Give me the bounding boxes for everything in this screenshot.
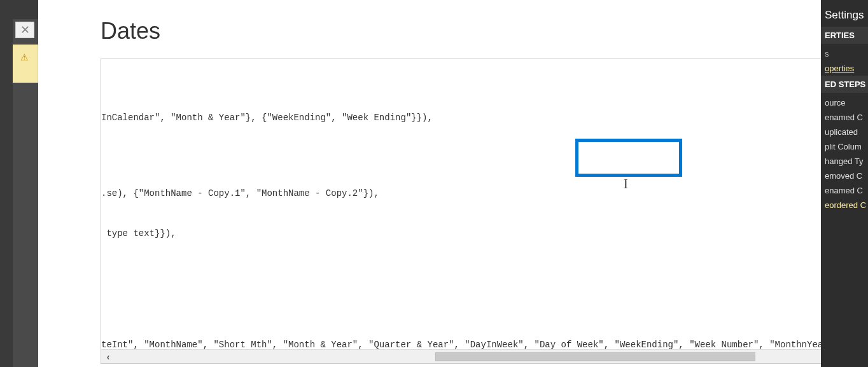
warning-note xyxy=(13,45,38,83)
scroll-thumb[interactable] xyxy=(435,352,755,361)
applied-steps-section-header: ED STEPS xyxy=(821,76,868,93)
close-icon: ✕ xyxy=(20,23,30,37)
all-properties-link[interactable]: operties xyxy=(821,61,868,76)
code-editor[interactable]: InCalendar", "Month & Year"}, {"WeekEndi… xyxy=(101,59,841,364)
code-line: type text}}), xyxy=(101,227,841,240)
step-reordered-columns[interactable]: eordered C xyxy=(821,198,868,212)
step-duplicated[interactable]: uplicated xyxy=(821,125,868,139)
close-button[interactable]: ✕ xyxy=(15,22,34,38)
code-line: InCalendar", "Month & Year"}, {"WeekEndi… xyxy=(101,111,841,125)
ribbon-left-strip xyxy=(0,0,13,367)
horizontal-scrollbar[interactable]: ‹ › xyxy=(101,349,841,363)
code-line-blank xyxy=(101,303,841,312)
scroll-left-arrow[interactable]: ‹ xyxy=(101,350,115,364)
code-line-blank xyxy=(101,267,841,276)
advanced-editor-dialog: Dates ? InCalendar", "Month & Year"}, {"… xyxy=(38,0,821,367)
step-changed-type[interactable]: hanged Ty xyxy=(821,154,868,169)
step-renamed-columns[interactable]: enamed C xyxy=(821,110,868,125)
warning-icon: ⚠ xyxy=(20,52,29,62)
settings-heading: Settings xyxy=(821,0,868,27)
step-split-column[interactable]: plit Colum xyxy=(821,139,868,154)
step-renamed-columns-2[interactable]: enamed C xyxy=(821,183,868,198)
code-line-blank xyxy=(101,151,841,160)
code-line: .se), {"MonthName - Copy.1", "MonthName … xyxy=(101,187,841,200)
name-value: s xyxy=(821,46,868,61)
dialog-title: Dates xyxy=(101,18,160,45)
query-settings-panel: Settings ERTIES s operties ED STEPS ourc… xyxy=(821,0,868,367)
code-content[interactable]: InCalendar", "Month & Year"}, {"WeekEndi… xyxy=(101,59,841,364)
step-removed-columns[interactable]: emoved C xyxy=(821,169,868,183)
properties-section-header: ERTIES xyxy=(821,27,868,44)
scroll-track[interactable] xyxy=(115,352,827,361)
step-source[interactable]: ource xyxy=(821,95,868,110)
